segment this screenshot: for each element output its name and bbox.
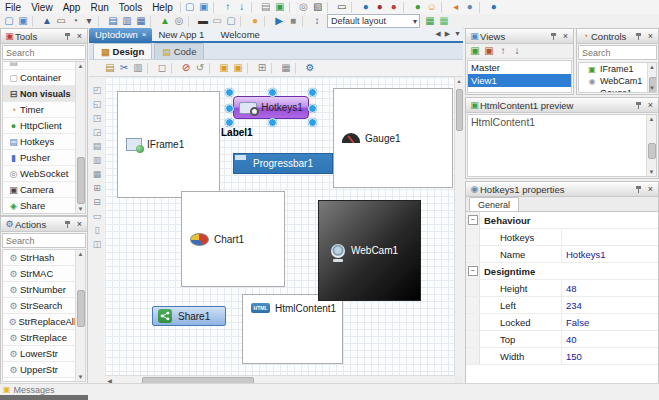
same-width-icon[interactable]: ▭ <box>91 211 103 221</box>
run-dark-icon[interactable]: ▬ <box>196 15 210 27</box>
expander-gutter[interactable] <box>466 246 480 262</box>
save-icon[interactable]: ▤ <box>106 15 120 27</box>
expander-gutter[interactable] <box>466 348 480 364</box>
pin-icon[interactable] <box>634 32 643 41</box>
tool-item[interactable]: ▣Camera <box>3 182 76 198</box>
expander-gutter[interactable] <box>466 280 480 296</box>
new-window-icon[interactable]: ▢ <box>183 1 197 13</box>
tool-item[interactable]: ▮Pusher <box>3 150 76 166</box>
layout-combobox[interactable]: Default layout ▾ <box>327 14 420 28</box>
messages-label[interactable]: Messages <box>14 385 55 395</box>
align-middle-icon[interactable]: ⊞ <box>91 183 103 193</box>
action-item[interactable]: ⚙StrReplaceAll <box>3 314 76 330</box>
close-icon[interactable]: × <box>646 185 655 194</box>
property-row[interactable]: Behaviour <box>466 212 658 229</box>
property-row[interactable]: Name Hotkeys1 <box>466 246 658 263</box>
add-box-icon[interactable]: ▣ <box>273 1 287 13</box>
action-item[interactable]: ⚙UpperStr <box>3 362 76 378</box>
collapse-icon[interactable] <box>468 215 478 225</box>
share-control[interactable]: Share1 <box>152 306 226 326</box>
close-tab-icon[interactable]: × <box>142 30 147 39</box>
view-tab[interactable]: ▤Design <box>93 43 152 59</box>
progressbar-control[interactable]: Progressbar1 <box>233 153 333 174</box>
gauge-control[interactable]: Gauge1 <box>333 88 453 188</box>
menu-item[interactable]: Tools <box>114 2 147 13</box>
console-icon[interactable]: ▢ <box>224 15 238 27</box>
select-pointer-icon[interactable]: ◰ <box>91 85 103 95</box>
report-bug-icon[interactable]: ● <box>373 1 387 13</box>
tool-item[interactable]: ▤Hotkeys <box>3 134 76 150</box>
print-icon[interactable]: ▧ <box>311 1 325 13</box>
snapshot-icon[interactable]: ▦ <box>279 62 293 74</box>
property-value[interactable] <box>562 229 658 245</box>
scroll-down-icon[interactable]: ▼ <box>648 84 656 92</box>
align-top-icon[interactable]: ▦ <box>91 169 103 179</box>
inspect-icon[interactable]: ◎ <box>172 15 186 27</box>
action-item[interactable]: ⚙StrMAC <box>3 266 76 282</box>
close-icon[interactable]: × <box>561 32 570 41</box>
property-row[interactable]: Width 150 <box>466 348 658 365</box>
tool-item[interactable]: ◈Share <box>3 198 76 213</box>
action-item[interactable]: ⚙StrNumber <box>3 282 76 298</box>
scroll-up-icon[interactable]: ▲ <box>76 250 85 258</box>
paste-icon[interactable]: ▥ <box>131 62 145 74</box>
close-icon[interactable]: × <box>646 32 655 41</box>
desktop-icon[interactable]: ▭ <box>54 15 68 27</box>
play-icon[interactable]: ▶ <box>272 15 286 27</box>
webcam-control[interactable]: WebCam1 <box>318 200 421 301</box>
link-tool-icon[interactable]: ◻ <box>155 62 169 74</box>
selection-handle[interactable] <box>308 88 317 97</box>
designer-options-icon[interactable]: ⚙ <box>303 62 317 74</box>
menu-item[interactable]: File <box>0 2 26 13</box>
scroll-down-icon[interactable]: ▼ <box>76 373 85 381</box>
tool-item[interactable]: ◔Timer <box>3 102 76 118</box>
save-as-icon[interactable]: ▥ <box>120 15 134 27</box>
move-view-up-icon[interactable]: ↑ <box>496 45 510 57</box>
window-manager-icon[interactable]: ▣ <box>197 1 211 13</box>
menu-item[interactable]: App <box>58 2 86 13</box>
chart-control[interactable]: Chart1 <box>181 191 285 287</box>
view-item[interactable]: Master <box>468 61 571 74</box>
htmlcontent-control[interactable]: HTML HtmlContent1 <box>242 294 343 364</box>
tool-item[interactable]: ▤ <box>3 62 76 70</box>
expander-gutter[interactable] <box>466 229 480 245</box>
property-value[interactable]: 48 <box>562 280 658 296</box>
same-size-icon[interactable]: ◫ <box>91 239 103 249</box>
move-down-icon[interactable]: ↓ <box>235 1 249 13</box>
document-tab[interactable]: Uptodown× <box>89 28 152 41</box>
controls-search-input[interactable] <box>579 48 656 59</box>
hotkeys-control[interactable]: Hotkeys1 <box>233 96 309 119</box>
selection-handle[interactable] <box>308 118 317 127</box>
lock-icon[interactable]: ▣ <box>217 62 231 74</box>
close-icon[interactable]: × <box>646 101 655 110</box>
view-tab[interactable]: ▤Code <box>154 43 204 59</box>
view-item[interactable]: View1 <box>468 74 571 87</box>
tool-item[interactable]: ▢Container <box>3 70 76 86</box>
chevron-down-icon[interactable]: ▾ <box>413 17 419 26</box>
pin-icon[interactable] <box>634 101 643 110</box>
action-item[interactable]: ⚙StrReplace <box>3 330 76 346</box>
copy-icon[interactable]: ▤ <box>103 62 117 74</box>
selection-handle[interactable] <box>225 118 234 127</box>
property-row[interactable]: Left 234 <box>466 297 658 314</box>
feedback-icon[interactable]: ☺ <box>425 1 439 13</box>
align-right-icon[interactable]: ▥ <box>91 155 103 165</box>
add-view-icon[interactable]: ▣ <box>468 45 482 57</box>
design-surface[interactable]: IFrame1 Gauge1 Chart1 HTML HtmlContent1 … <box>105 77 455 376</box>
scroll-up-icon[interactable]: ▲ <box>455 77 463 85</box>
history-caret-icon[interactable]: ▾ <box>82 15 96 27</box>
scroll-up-icon[interactable]: ▲ <box>648 63 656 71</box>
tool-item[interactable]: ◎WebSocket <box>3 166 76 182</box>
same-height-icon[interactable]: ▯ <box>91 225 103 235</box>
tool-item[interactable]: ●HttpClient <box>3 118 76 134</box>
notifications-icon[interactable]: ● <box>248 15 262 27</box>
window-options-icon[interactable]: ▣ <box>16 15 30 27</box>
action-item[interactable]: ⚙StrSearch <box>3 298 76 314</box>
preview-monitor-icon[interactable]: ▭ <box>335 1 349 13</box>
pin-icon[interactable] <box>634 185 643 194</box>
remove-view-icon[interactable]: ▣ <box>482 45 496 57</box>
property-row[interactable]: Top 40 <box>466 331 658 348</box>
tab-order-icon[interactable]: ⊞ <box>255 62 269 74</box>
pin-icon[interactable] <box>63 220 72 229</box>
send-backward-icon[interactable]: ◱ <box>91 99 103 109</box>
